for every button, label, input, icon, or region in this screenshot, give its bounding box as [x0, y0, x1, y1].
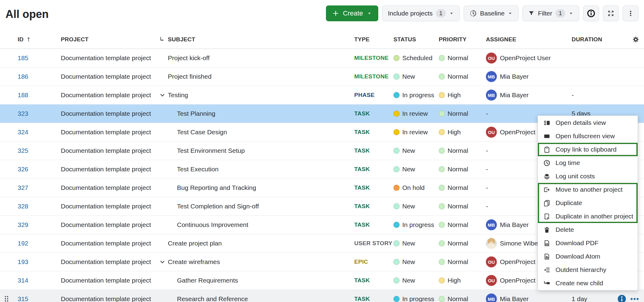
assignee-cell[interactable]: MBMia Bayer	[486, 90, 566, 101]
priority-cell[interactable]: Normal	[439, 54, 486, 62]
menu-item-outdent-hierarchy[interactable]: Outdent hierarchy	[538, 263, 638, 276]
menu-item-log-unit-costs[interactable]: Log unit costs	[538, 170, 638, 183]
status-cell[interactable]: In review	[393, 129, 439, 136]
project-cell[interactable]: Documentation template project	[61, 258, 158, 266]
priority-cell[interactable]: Normal	[439, 221, 486, 228]
header-id[interactable]: ID	[0, 36, 61, 43]
project-cell[interactable]: Documentation template project	[61, 203, 158, 210]
type-cell[interactable]: MILESTONE	[354, 55, 393, 61]
subject-cell[interactable]: Research and Reference	[158, 295, 354, 302]
info-button[interactable]	[583, 5, 599, 21]
type-cell[interactable]: TASK	[354, 277, 393, 284]
type-cell[interactable]: TASK	[354, 221, 393, 228]
priority-cell[interactable]: Normal	[439, 240, 486, 247]
work-package-id-link[interactable]: 329	[18, 221, 28, 228]
assignee-cell[interactable]: OUOpenProject User	[486, 53, 566, 63]
header-priority[interactable]: PRIORITY	[439, 36, 486, 43]
header-assignee[interactable]: ASSIGNEE	[486, 36, 566, 43]
header-status[interactable]: STATUS	[393, 36, 439, 43]
type-cell[interactable]: TASK	[354, 166, 393, 173]
type-cell[interactable]: TASK	[354, 147, 393, 154]
work-package-id-link[interactable]: 326	[18, 166, 28, 173]
menu-item-open-fullscreen-view[interactable]: Open fullscreen view	[538, 129, 638, 143]
subject-cell[interactable]: Test Case Design	[158, 129, 354, 136]
status-cell[interactable]: New	[393, 147, 439, 154]
menu-item-delete[interactable]: Delete	[538, 223, 638, 236]
priority-cell[interactable]: Normal	[439, 203, 486, 210]
status-cell[interactable]: In progress	[393, 221, 439, 228]
table-row[interactable]: 188Documentation template projectTesting…	[0, 86, 644, 105]
project-cell[interactable]: Documentation template project	[61, 147, 158, 154]
status-cell[interactable]: On hold	[393, 184, 439, 191]
priority-cell[interactable]: Normal	[439, 295, 486, 302]
priority-cell[interactable]: High	[439, 91, 486, 99]
type-cell[interactable]: TASK	[354, 110, 393, 117]
more-options-button[interactable]	[623, 5, 639, 21]
chevron-down-icon[interactable]	[159, 258, 166, 266]
work-package-id-link[interactable]: 185	[18, 54, 28, 62]
type-cell[interactable]: TASK	[354, 203, 393, 210]
fullscreen-button[interactable]	[603, 5, 619, 21]
type-cell[interactable]: TASK	[354, 184, 393, 191]
subject-cell[interactable]: Test Planning	[158, 110, 354, 117]
project-cell[interactable]: Documentation template project	[61, 110, 158, 117]
menu-item-copy-link-to-clipboard[interactable]: Copy link to clipboard	[538, 143, 638, 156]
project-cell[interactable]: Documentation template project	[61, 73, 158, 80]
table-row[interactable]: 186Documentation template projectProject…	[0, 67, 644, 86]
priority-cell[interactable]: Normal	[439, 110, 486, 117]
table-row[interactable]: 315Documentation template projectResearc…	[0, 290, 644, 302]
subject-cell[interactable]: Testing	[158, 91, 354, 99]
priority-cell[interactable]: High	[439, 129, 486, 136]
project-cell[interactable]: Documentation template project	[61, 295, 158, 302]
menu-item-create-new-child[interactable]: Create new child	[538, 276, 638, 290]
header-type[interactable]: TYPE	[354, 36, 393, 43]
project-cell[interactable]: Documentation template project	[61, 54, 158, 62]
create-button[interactable]: Create	[326, 5, 378, 21]
status-cell[interactable]: In review	[393, 110, 439, 117]
work-package-id-link[interactable]: 325	[18, 147, 28, 154]
table-row[interactable]: 185Documentation template projectProject…	[0, 49, 644, 67]
subject-cell[interactable]: Project finished	[158, 73, 354, 80]
work-package-id-link[interactable]: 314	[18, 277, 28, 284]
project-cell[interactable]: Documentation template project	[61, 240, 158, 247]
work-package-id-link[interactable]: 315	[18, 295, 28, 302]
work-package-id-link[interactable]: 328	[18, 203, 28, 210]
status-cell[interactable]: New	[393, 73, 439, 80]
filter-button[interactable]: Filter 1	[522, 5, 579, 21]
work-package-id-link[interactable]: 186	[18, 73, 28, 80]
assignee-cell[interactable]: MBMia Bayer	[486, 71, 566, 82]
project-cell[interactable]: Documentation template project	[61, 221, 158, 228]
project-cell[interactable]: Documentation template project	[61, 166, 158, 173]
subject-cell[interactable]: Create project plan	[158, 240, 354, 247]
work-package-id-link[interactable]: 192	[18, 240, 28, 247]
header-subject[interactable]: SUBJECT	[158, 36, 354, 43]
subject-cell[interactable]: Test Completion and Sign-off	[158, 203, 354, 210]
status-cell[interactable]: New	[393, 277, 439, 284]
menu-item-move-to-another-project[interactable]: Move to another project	[538, 183, 638, 196]
status-cell[interactable]: New	[393, 203, 439, 210]
priority-cell[interactable]: High	[439, 277, 486, 284]
priority-cell[interactable]: Normal	[439, 147, 486, 154]
menu-item-open-details-view[interactable]: Open details view	[538, 116, 638, 129]
header-duration[interactable]: DURATION	[566, 36, 614, 43]
project-cell[interactable]: Documentation template project	[61, 184, 158, 191]
row-info-icon[interactable]	[617, 294, 626, 302]
header-project[interactable]: PROJECT	[61, 36, 158, 43]
menu-item-duplicate-in-another-project[interactable]: Duplicate in another project	[538, 210, 638, 223]
project-cell[interactable]: Documentation template project	[61, 129, 158, 136]
project-cell[interactable]: Documentation template project	[61, 277, 158, 284]
type-cell[interactable]: USER STORY	[354, 240, 393, 247]
subject-cell[interactable]: Project kick-off	[158, 54, 354, 62]
status-cell[interactable]: New	[393, 166, 439, 173]
priority-cell[interactable]: Normal	[439, 166, 486, 173]
assignee-cell[interactable]: MBMia Bayer	[486, 293, 566, 302]
baseline-button[interactable]: Baseline	[464, 5, 519, 21]
type-cell[interactable]: TASK	[354, 296, 393, 302]
subject-cell[interactable]: Test Execution	[158, 166, 354, 173]
project-cell[interactable]: Documentation template project	[61, 91, 158, 99]
duration-cell[interactable]: 1 day	[566, 295, 614, 302]
status-cell[interactable]: In progress	[393, 91, 439, 99]
chevron-down-icon[interactable]	[159, 91, 166, 99]
subject-cell[interactable]: Gather Requirements	[158, 277, 354, 284]
type-cell[interactable]: MILESTONE	[354, 73, 393, 80]
